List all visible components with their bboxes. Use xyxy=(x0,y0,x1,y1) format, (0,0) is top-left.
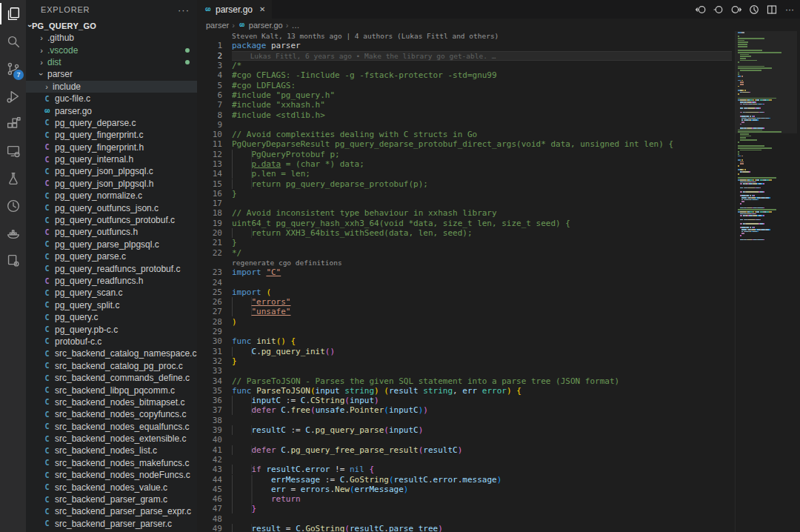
code-line-5[interactable]: 5#cgo LDFLAGS: xyxy=(197,80,800,90)
code-line-6[interactable]: 6#include "pg_query.h" xyxy=(197,90,800,100)
code-line-11[interactable]: 11PgQueryDeparseResult pg_query_deparse_… xyxy=(197,139,800,149)
run-and-debug-icon[interactable] xyxy=(0,82,26,110)
tree-file-pg-query-outfuncs-protobuf-c[interactable]: Cpg_query_outfuncs_protobuf.c xyxy=(26,214,197,226)
code-line-42[interactable]: 42 xyxy=(197,455,800,465)
testing-icon[interactable] xyxy=(0,164,26,192)
code-line-16[interactable]: 16} xyxy=(197,189,800,199)
more-actions-icon[interactable]: ··· xyxy=(784,4,796,16)
code-line-36[interactable]: 36 inputC := C.CString(input) xyxy=(197,396,800,405)
tree-file-src-backend-parser-parse-expr-c[interactable]: Csrc_backend_parser_parse_expr.c xyxy=(26,505,197,517)
codelens-regenerate-cgo[interactable]: regenerate cgo definitions xyxy=(197,258,800,267)
code-line-31[interactable]: 31 C.pg_query_init() xyxy=(197,347,800,356)
tree-folder--vscode[interactable]: ›.vscode xyxy=(26,44,197,56)
code-line-34[interactable]: 34// ParseToJSON - Parses the given SQL … xyxy=(197,376,800,385)
tree-file-src-backend-nodes-extensible-c[interactable]: Csrc_backend_nodes_extensible.c xyxy=(26,433,197,445)
code-line-4[interactable]: 4#cgo CFLAGS: -Iinclude -g -fstack-prote… xyxy=(197,70,800,80)
code-line-13[interactable]: 13 p.data = (char *) data; xyxy=(197,159,800,169)
tree-file-src-backend-libpq-pqcomm-c[interactable]: Csrc_backend_libpq_pqcomm.c xyxy=(26,384,197,396)
tree-file-pg-query-parse-plpgsql-c[interactable]: Cpg_query_parse_plpgsql.c xyxy=(26,239,197,250)
code-line-38[interactable]: 38 xyxy=(197,416,800,425)
tree-file-pg-query-c[interactable]: Cpg_query.c xyxy=(26,311,197,323)
tree-folder-parser[interactable]: ›parser xyxy=(26,68,197,80)
code-line-22[interactable]: 22*/ xyxy=(197,248,800,258)
tree-file-pg-query-json-plpgsql-c[interactable]: Cpg_query_json_plpgsql.c xyxy=(26,165,197,177)
tree-file-src-backend-nodes-list-c[interactable]: Csrc_backend_nodes_list.c xyxy=(26,445,197,456)
more-actions-icon[interactable]: ··· xyxy=(178,4,190,16)
code-line-47[interactable]: 47 } xyxy=(197,504,800,513)
tree-file-src-backend-nodes-copyfuncs-c[interactable]: Csrc_backend_nodes_copyfuncs.c xyxy=(26,408,197,420)
code-line-15[interactable]: 15 return pg_query_deparse_protobuf(p); xyxy=(197,179,800,188)
code-line-49[interactable]: 49 result = C.GoString(resultC.parse_tre… xyxy=(197,524,800,532)
breadcrumb-item[interactable]: … xyxy=(291,21,299,30)
tree-file-guc-file-c[interactable]: Cguc-file.c xyxy=(26,93,197,104)
code-line-44[interactable]: 44 errMessage := C.GoString(resultC.erro… xyxy=(197,474,800,484)
code-line-28[interactable]: 28) xyxy=(197,317,800,327)
explorer-icon[interactable] xyxy=(0,0,26,27)
code-line-17[interactable]: 17 xyxy=(197,199,800,208)
close-icon[interactable]: ✕ xyxy=(259,5,265,13)
code-line-8[interactable]: 8#include <stdlib.h> xyxy=(197,110,800,119)
tree-file-pg-query-outfuncs-json-c[interactable]: Cpg_query_outfuncs_json.c xyxy=(26,202,197,213)
tree-file-pg-query-internal-h[interactable]: Cpg_query_internal.h xyxy=(26,153,197,165)
tree-file-pg-query-normalize-c[interactable]: Cpg_query_normalize.c xyxy=(26,190,197,202)
search-icon[interactable] xyxy=(0,27,26,55)
code-line-10[interactable]: 10// Avoid complexities dealing with C s… xyxy=(197,130,800,139)
gitlens-blame-annotation[interactable]: Steven Kalt, 13 months ago | 4 authors (… xyxy=(197,31,800,41)
gitlens-icon[interactable] xyxy=(0,192,26,219)
tree-file-pg-query-parse-c[interactable]: Cpg_query_parse.c xyxy=(26,250,197,262)
code-line-39[interactable]: 39 resultC := C.pg_query_parse(inputC) xyxy=(197,425,800,435)
extensions-icon[interactable] xyxy=(0,110,26,137)
code-line-20[interactable]: 20 return XXH3_64bits_withSeed(data, len… xyxy=(197,228,800,238)
tree-file-src-backend-nodes-value-c[interactable]: Csrc_backend_nodes_value.c xyxy=(26,481,197,493)
code-line-29[interactable]: 29 xyxy=(197,327,800,336)
tree-file-src-backend-catalog-pg-proc-c[interactable]: Csrc_backend_catalog_pg_proc.c xyxy=(26,360,197,372)
code-line-23[interactable]: 23import "C" xyxy=(197,267,800,277)
code-line-24[interactable]: 24 xyxy=(197,277,800,287)
code-line-46[interactable]: 46 return xyxy=(197,494,800,504)
tree-folder--github[interactable]: ›.github xyxy=(26,32,197,44)
tree-file-src-backend-nodes-makefuncs-c[interactable]: Csrc_backend_nodes_makefuncs.c xyxy=(26,457,197,469)
docker-icon[interactable] xyxy=(0,219,26,247)
code-line-26[interactable]: 26 "errors" xyxy=(197,297,800,307)
tree-file-parser-go[interactable]: GOparser.go xyxy=(26,104,197,116)
tab-parser-go[interactable]: GO parser.go ✕ xyxy=(197,0,272,19)
tree-file-pg-query-split-c[interactable]: Cpg_query_split.c xyxy=(26,299,197,311)
open-change-icon[interactable] xyxy=(713,4,724,16)
breadcrumb-item[interactable]: parser xyxy=(206,21,229,30)
source-control-icon[interactable]: 7 xyxy=(0,55,26,82)
code-line-3[interactable]: 3/* xyxy=(197,61,800,70)
tree-file-src-backend-catalog-namespace-c[interactable]: Csrc_backend_catalog_namespace.c xyxy=(26,348,197,359)
minimap[interactable] xyxy=(735,31,797,532)
code-line-19[interactable]: 19uint64_t pg_query_hash_xxh3_64(void *d… xyxy=(197,219,800,228)
code-line-40[interactable]: 40 xyxy=(197,435,800,445)
code-line-25[interactable]: 25import ( xyxy=(197,287,800,297)
breadcrumb-item[interactable]: parser.go xyxy=(249,21,283,30)
code-line-45[interactable]: 45 err = errors.New(errMessage) xyxy=(197,485,800,494)
tree-file-pg-query-json-plpgsql-h[interactable]: Cpg_query_json_plpgsql.h xyxy=(26,178,197,190)
tree-file-src-backend-nodes-bitmapset-c[interactable]: Csrc_backend_nodes_bitmapset.c xyxy=(26,396,197,408)
split-editor-icon[interactable] xyxy=(766,4,778,16)
tree-file-pg-query-outfuncs-h[interactable]: Cpg_query_outfuncs.h xyxy=(26,226,197,238)
tree-folder-include[interactable]: ›include xyxy=(26,81,197,93)
tree-file-pg-query-fingerprint-h[interactable]: Cpg_query_fingerprint.h xyxy=(26,142,197,153)
code-line-43[interactable]: 43 if resultC.error != nil { xyxy=(197,465,800,474)
code-line-1[interactable]: 1package parser xyxy=(197,41,800,50)
code-line-27[interactable]: 27 "unsafe" xyxy=(197,307,800,316)
tree-file-pg-query-scan-c[interactable]: Cpg_query_scan.c xyxy=(26,287,197,299)
tree-file-pg-query-readfuncs-protobuf-c[interactable]: Cpg_query_readfuncs_protobuf.c xyxy=(26,262,197,274)
code-line-18[interactable]: 18// Avoid inconsistent type behaviour i… xyxy=(197,208,800,218)
tree-file-src-backend-parser-gram-c[interactable]: Csrc_backend_parser_gram.c xyxy=(26,493,197,505)
tree-file-src-backend-commands-define-c[interactable]: Csrc_backend_commands_define.c xyxy=(26,372,197,384)
tree-file-pg-query-deparse-c[interactable]: Cpg_query_deparse.c xyxy=(26,117,197,129)
code-line-30[interactable]: 30func init() { xyxy=(197,336,800,346)
code-line-14[interactable]: 14 p.len = len; xyxy=(197,169,800,179)
code-line-9[interactable]: 9 xyxy=(197,120,800,130)
code-line-37[interactable]: 37 defer C.free(unsafe.Pointer(inputC)) xyxy=(197,405,800,415)
code-line-7[interactable]: 7#include "xxhash.h" xyxy=(197,100,800,110)
tree-file-pg-query-fingerprint-c[interactable]: Cpg_query_fingerprint.c xyxy=(26,129,197,141)
code-line-21[interactable]: 21} xyxy=(197,238,800,247)
previous-change-icon[interactable] xyxy=(695,4,707,16)
code-editor[interactable]: Steven Kalt, 13 months ago | 4 authors (… xyxy=(197,31,800,532)
file-history-icon[interactable] xyxy=(748,4,760,16)
code-line-35[interactable]: 35func ParseToJSON(input string) (result… xyxy=(197,386,800,396)
